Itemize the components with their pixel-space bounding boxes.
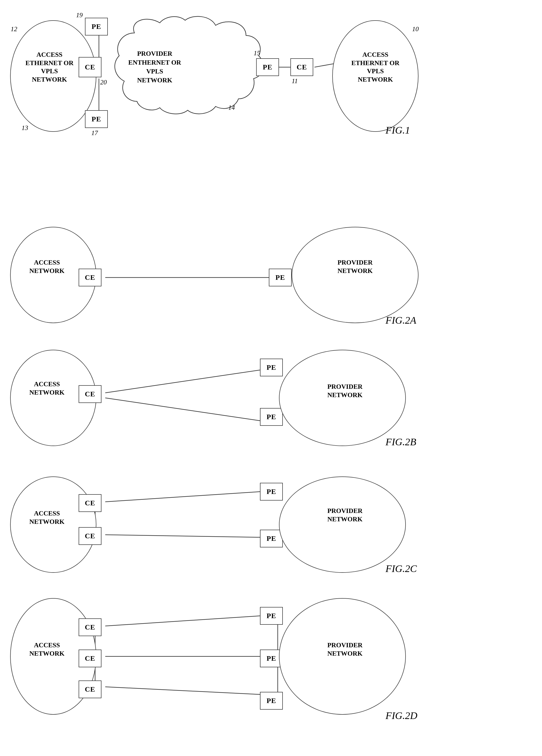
- fig2a-right-oval: [292, 227, 419, 323]
- svg-line-8: [105, 370, 260, 393]
- fig2a-title: FIG.2A: [386, 314, 416, 326]
- fig1-provider-cloud: PROVIDER ENTHERNET OR VPLS NETWORK: [109, 13, 272, 127]
- fig2a-ce: CE: [79, 269, 101, 286]
- svg-line-15: [105, 687, 260, 694]
- fig2d-ce1: CE: [79, 618, 101, 636]
- fig1-ce11: CE: [291, 58, 313, 76]
- fig2b-right-label: PROVIDERNETWORK: [312, 383, 378, 399]
- fig2b-ce: CE: [79, 385, 101, 403]
- fig2c-right-oval: [279, 476, 406, 573]
- fig1-ce20: CE: [79, 57, 101, 77]
- svg-text:PROVIDER: PROVIDER: [137, 50, 172, 57]
- fig2c-right-label: PROVIDERNETWORK: [312, 507, 378, 523]
- fig1-pe17: PE: [85, 110, 108, 128]
- fig2c-left-label: ACCESSNETWORK: [14, 509, 80, 526]
- fig2d-ce2: CE: [79, 650, 101, 667]
- fig2b-title: FIG.2B: [386, 436, 416, 448]
- fig2c-title: FIG.2C: [386, 563, 417, 575]
- fig1-title: FIG.1: [386, 124, 410, 136]
- fig1-left-label: ACCESSETHERNET ORVPLSNETWORK: [14, 51, 85, 84]
- fig2d-title: FIG.2D: [386, 710, 418, 722]
- svg-text:ENTHERNET OR: ENTHERNET OR: [128, 59, 181, 66]
- fig2b-left-label: ACCESSNETWORK: [14, 380, 80, 397]
- fig2a-right-label: PROVIDERNETWORK: [322, 259, 388, 275]
- fig2b-pe1: PE: [260, 359, 283, 376]
- fig2d-pe1: PE: [260, 607, 283, 625]
- fig2c-ce2: CE: [79, 527, 101, 545]
- fig1-ref-11: 11: [292, 77, 298, 85]
- fig2c-pe1: PE: [260, 483, 283, 501]
- fig1-ref-19: 19: [76, 11, 83, 19]
- fig1-ref-17: 17: [91, 129, 98, 137]
- svg-text:VPLS: VPLS: [146, 68, 163, 75]
- svg-line-9: [105, 398, 260, 421]
- fig2c-pe2: PE: [260, 530, 283, 547]
- fig2d-left-label: ACCESSNETWORK: [14, 641, 80, 658]
- fig1-ref-12: 12: [11, 25, 17, 33]
- fig1-ref-15: 15: [253, 49, 260, 57]
- fig1-ref-20: 20: [100, 79, 107, 86]
- fig2b-pe2: PE: [260, 408, 283, 426]
- svg-line-11: [105, 535, 260, 537]
- fig2a-pe: PE: [269, 269, 292, 286]
- fig1-ref-10: 10: [412, 25, 419, 33]
- fig2c-ce1: CE: [79, 494, 101, 512]
- fig2d-pe3: PE: [260, 692, 283, 710]
- fig1-ref-13: 13: [22, 124, 28, 132]
- fig1-right-label: ACCESSETHERNET ORVPLSNETWORK: [337, 51, 413, 84]
- svg-line-13: [105, 616, 260, 626]
- fig1-ref-14: 14: [228, 104, 235, 112]
- fig1-pe19: PE: [85, 18, 108, 35]
- fig2d-ce3: CE: [79, 680, 101, 698]
- fig1-pe15: PE: [256, 58, 279, 76]
- fig2a-left-label: ACCESSNETWORK: [14, 259, 80, 275]
- svg-text:NETWORK: NETWORK: [137, 77, 172, 84]
- fig2d-right-label: PROVIDERNETWORK: [312, 641, 378, 658]
- svg-line-10: [105, 492, 260, 502]
